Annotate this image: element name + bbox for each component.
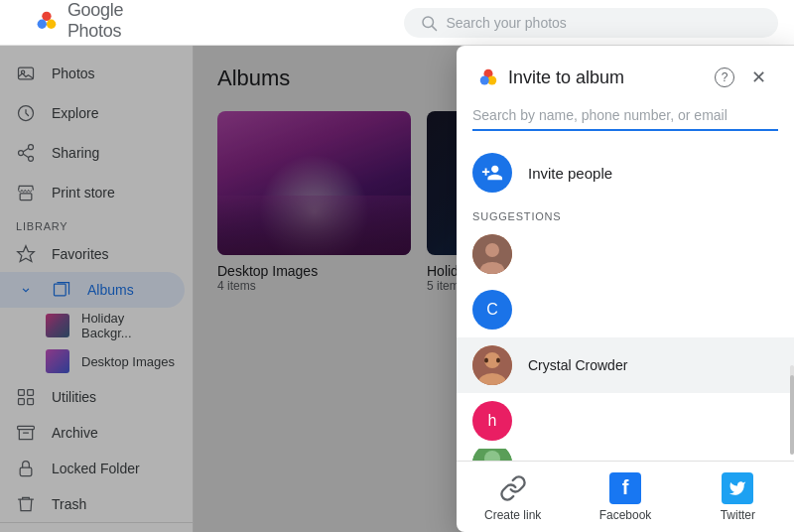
facebook-icon-wrapper: f xyxy=(609,472,641,504)
suggestion-item-5[interactable] xyxy=(457,449,794,461)
dialog-title: Invite to album xyxy=(508,67,707,88)
twitter-label: Twitter xyxy=(721,508,755,522)
svg-point-32 xyxy=(496,358,500,363)
suggestion-item-1[interactable] xyxy=(457,226,794,282)
svg-point-0 xyxy=(42,11,51,20)
suggestion-list: C Crystal Crowder h xyxy=(457,226,794,461)
facebook-action[interactable]: f Facebook xyxy=(569,462,681,532)
svg-point-26 xyxy=(485,243,499,257)
app-logo: Google Photos xyxy=(16,0,190,58)
twitter-action[interactable]: Twitter xyxy=(682,462,794,532)
add-person-icon xyxy=(481,162,503,184)
suggestions-label: SUGGESTIONS xyxy=(457,202,794,226)
help-label: ? xyxy=(722,70,728,84)
help-button[interactable]: ? xyxy=(715,67,734,87)
close-label: ✕ xyxy=(751,66,766,88)
create-link-action[interactable]: Create link xyxy=(457,462,569,532)
svg-line-4 xyxy=(433,26,437,30)
twitter-icon-wrapper xyxy=(722,472,753,504)
search-bar[interactable]: Search your photos xyxy=(404,8,778,38)
page-wrapper: Google Photos Search your photos Photos xyxy=(0,0,794,532)
search-placeholder: Search your photos xyxy=(446,15,566,31)
suggestion-avatar-4: h xyxy=(472,401,512,441)
avatar-face-green xyxy=(472,449,512,461)
invite-people-label: Invite people xyxy=(528,165,612,182)
suggestion-avatar-5 xyxy=(472,449,512,461)
search-input[interactable] xyxy=(472,105,778,125)
svg-point-24 xyxy=(480,76,489,85)
svg-point-2 xyxy=(38,19,47,28)
search-box[interactable] xyxy=(472,105,778,131)
google-photos-icon xyxy=(32,5,62,37)
topbar: Google Photos Search your photos xyxy=(0,0,794,46)
twitter-bird-icon xyxy=(728,479,746,497)
dialog-footer: Create link f Facebook Twitter xyxy=(457,461,794,532)
avatar-face-crystal xyxy=(472,345,512,385)
suggestion-item-2[interactable]: C xyxy=(457,282,794,337)
suggestion-item-4[interactable]: h xyxy=(457,393,794,449)
facebook-label: Facebook xyxy=(599,508,652,522)
suggestion-avatar-1 xyxy=(472,234,512,274)
scrollbar-track xyxy=(790,365,794,391)
app-name: Google Photos xyxy=(67,0,175,42)
invite-people-row[interactable]: Invite people xyxy=(457,143,794,202)
facebook-icon: f xyxy=(609,472,641,504)
dialog-header: Invite to album ? ✕ xyxy=(457,46,794,105)
search-icon xyxy=(420,14,438,32)
close-button[interactable]: ✕ xyxy=(742,62,774,93)
invite-people-avatar xyxy=(472,153,512,193)
scrollbar-thumb[interactable] xyxy=(790,375,794,455)
create-link-label: Create link xyxy=(484,508,541,522)
suggestion-item-crystal[interactable]: Crystal Crowder xyxy=(457,337,794,393)
invite-dialog: Invite to album ? ✕ Invite people SUGGES… xyxy=(457,46,794,532)
dialog-logo-icon xyxy=(476,66,500,89)
suggestion-avatar-crystal xyxy=(472,345,512,385)
link-icon xyxy=(497,472,529,504)
link-svg xyxy=(499,474,527,502)
svg-point-1 xyxy=(47,19,56,28)
twitter-icon xyxy=(722,472,753,504)
avatar-face-1 xyxy=(472,234,512,274)
suggestion-name-crystal: Crystal Crowder xyxy=(528,357,627,373)
svg-point-31 xyxy=(484,358,488,363)
suggestion-avatar-2: C xyxy=(472,290,512,330)
